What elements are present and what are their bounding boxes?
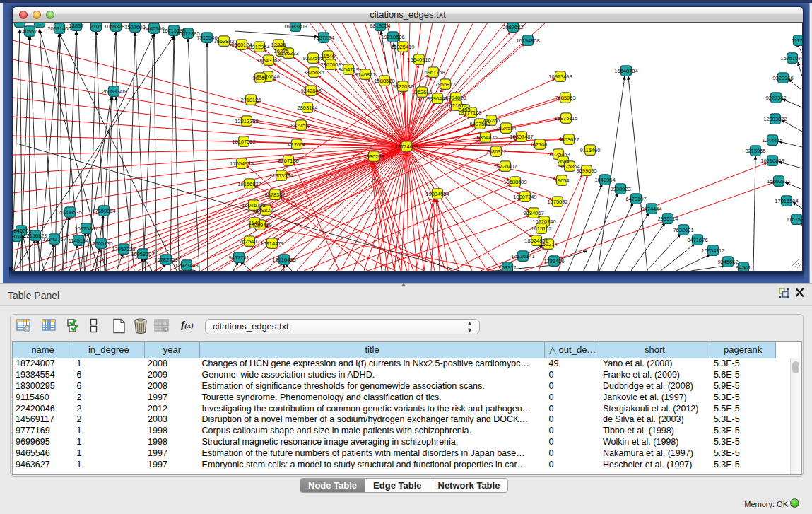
svg-text:8427552: 8427552 — [290, 122, 311, 129]
svg-text:12093822: 12093822 — [763, 116, 787, 122]
svg-text:12923448: 12923448 — [175, 262, 198, 269]
svg-text:9463627: 9463627 — [558, 136, 579, 143]
svg-text:9146821: 9146821 — [355, 71, 375, 78]
svg-text:10025453: 10025453 — [546, 151, 570, 158]
svg-text:1588520: 1588520 — [374, 78, 394, 84]
svg-text:8912954: 8912954 — [249, 44, 269, 50]
svg-text:11353594: 11353594 — [270, 173, 293, 179]
svg-text:1167533: 1167533 — [787, 216, 802, 223]
svg-text:16107552: 16107552 — [232, 139, 255, 145]
svg-text:208312: 208312 — [498, 264, 516, 271]
svg-text:8267130: 8267130 — [278, 158, 298, 164]
svg-text:9245652: 9245652 — [717, 259, 738, 265]
svg-text:7357224: 7357224 — [313, 35, 334, 41]
svg-text:3824554: 3824554 — [495, 125, 516, 132]
svg-text:8878352: 8878352 — [264, 192, 285, 198]
svg-text:9575864: 9575864 — [559, 163, 579, 170]
svg-text:16033809: 16033809 — [283, 23, 307, 30]
svg-text:16648784: 16648784 — [614, 68, 637, 74]
svg-text:8813054: 8813054 — [370, 23, 390, 29]
svg-text:1075692: 1075692 — [547, 199, 567, 205]
svg-text:1640954: 1640954 — [594, 177, 615, 183]
svg-text:417004: 417004 — [288, 141, 305, 148]
svg-text:10807487: 10807487 — [510, 134, 533, 140]
svg-text:9115460: 9115460 — [580, 147, 601, 153]
svg-text:20206535: 20206535 — [58, 209, 81, 216]
svg-text:15720407: 15720407 — [493, 163, 517, 170]
svg-text:2803144: 2803144 — [297, 105, 317, 111]
svg-text:10958107: 10958107 — [131, 251, 154, 257]
svg-text:26053346: 26053346 — [102, 88, 125, 95]
svg-text:10975867: 10975867 — [74, 226, 98, 232]
svg-text:62160: 62160 — [533, 141, 548, 148]
svg-text:9777169: 9777169 — [461, 110, 481, 116]
svg-text:7986322: 7986322 — [486, 148, 506, 155]
svg-text:13716485: 13716485 — [272, 257, 295, 263]
svg-text:7625402: 7625402 — [239, 238, 259, 245]
svg-text:252214: 252214 — [539, 241, 557, 247]
svg-text:14136141: 14136141 — [511, 253, 534, 259]
svg-text:9084067: 9084067 — [523, 210, 543, 216]
svg-text:16154808: 16154808 — [516, 37, 539, 44]
svg-text:39114: 39114 — [13, 233, 23, 240]
svg-text:1244415: 1244415 — [762, 137, 782, 144]
svg-text:2105: 2105 — [90, 23, 102, 30]
svg-text:16961758: 16961758 — [421, 69, 445, 76]
svg-text:16210643: 16210643 — [760, 158, 784, 164]
svg-text:16120746: 16120746 — [532, 218, 555, 225]
svg-text:17654985: 17654985 — [230, 160, 253, 167]
svg-text:12942757: 12942757 — [42, 236, 66, 243]
svg-text:2718126: 2718126 — [240, 97, 261, 103]
svg-text:20364436: 20364436 — [473, 134, 497, 141]
svg-text:19166827: 19166827 — [237, 181, 261, 187]
svg-text:7485063: 7485063 — [555, 95, 575, 101]
svg-text:9242848: 9242848 — [300, 88, 321, 94]
svg-text:7632621: 7632621 — [673, 227, 693, 233]
svg-text:18724007: 18724007 — [395, 144, 418, 150]
svg-text:6479197: 6479197 — [625, 196, 646, 202]
svg-text:1733426: 1733426 — [543, 258, 564, 264]
svg-text:8471676: 8471676 — [687, 237, 707, 243]
svg-text:10973493: 10973493 — [548, 74, 572, 80]
svg-text:11172: 11172 — [792, 37, 802, 44]
svg-text:10654112: 10654112 — [702, 247, 725, 254]
svg-text:19384554: 19384554 — [425, 191, 449, 197]
svg-text:9457751: 9457751 — [228, 255, 249, 261]
svg-text:2530203: 2530203 — [363, 153, 384, 160]
svg-text:12975115: 12975115 — [555, 115, 578, 122]
svg-text:1140: 1140 — [249, 220, 260, 226]
svg-text:17016504: 17016504 — [775, 198, 798, 204]
svg-text:11546: 11546 — [321, 53, 335, 59]
svg-text:15751074: 15751074 — [780, 55, 802, 62]
svg-text:9329966: 9329966 — [772, 75, 793, 81]
svg-text:16543362: 16543362 — [257, 57, 280, 64]
svg-text:94561: 94561 — [736, 264, 751, 271]
svg-text:18807249: 18807249 — [513, 194, 536, 200]
svg-text:12225: 12225 — [271, 42, 286, 48]
svg-text:6794028: 6794028 — [445, 95, 466, 101]
svg-text:6466160: 6466160 — [143, 25, 164, 32]
svg-text:19218506: 19218506 — [381, 34, 404, 40]
svg-text:1405571: 1405571 — [19, 28, 40, 35]
svg-text:8215955: 8215955 — [745, 148, 765, 154]
svg-text:6497568: 6497568 — [469, 121, 490, 127]
svg-text:1362615: 1362615 — [411, 89, 432, 95]
svg-text:1145194: 1145194 — [69, 238, 89, 244]
svg-text:8186323: 8186323 — [278, 50, 298, 57]
svg-text:20691406: 20691406 — [47, 25, 71, 32]
svg-text:12505135: 12505135 — [89, 240, 112, 247]
svg-text:5322037: 5322037 — [392, 83, 413, 90]
svg-text:19654: 19654 — [555, 177, 570, 184]
svg-text:15692971: 15692971 — [767, 178, 790, 185]
svg-text:17359924: 17359924 — [92, 208, 115, 214]
svg-text:8990448: 8990448 — [427, 95, 447, 102]
svg-text:98964: 98964 — [253, 75, 268, 81]
svg-text:7955812: 7955812 — [435, 81, 455, 88]
svg-text:16914479: 16914479 — [260, 240, 283, 247]
svg-text:3875685: 3875685 — [303, 69, 324, 76]
svg-text:15640910: 15640910 — [407, 57, 430, 63]
svg-text:3498222: 3498222 — [255, 207, 276, 214]
svg-text:1527602: 1527602 — [124, 24, 145, 30]
svg-text:2087682: 2087682 — [502, 24, 523, 30]
svg-text:8938923: 8938923 — [610, 186, 630, 192]
